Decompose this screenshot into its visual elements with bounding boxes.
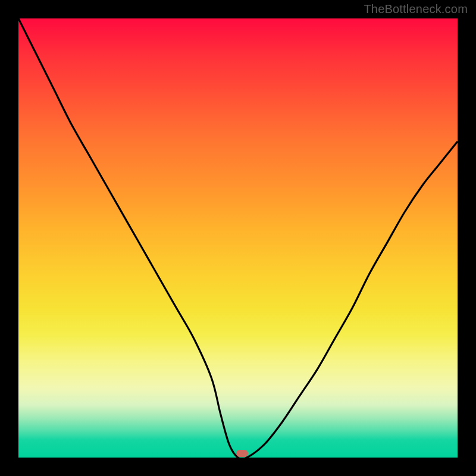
plot-area	[18, 18, 458, 458]
watermark-text: TheBottleneck.com	[364, 2, 468, 16]
minimum-marker	[236, 450, 248, 457]
bottleneck-curve	[18, 18, 458, 458]
curve-svg	[18, 18, 458, 458]
chart-frame: TheBottleneck.com	[0, 0, 476, 476]
